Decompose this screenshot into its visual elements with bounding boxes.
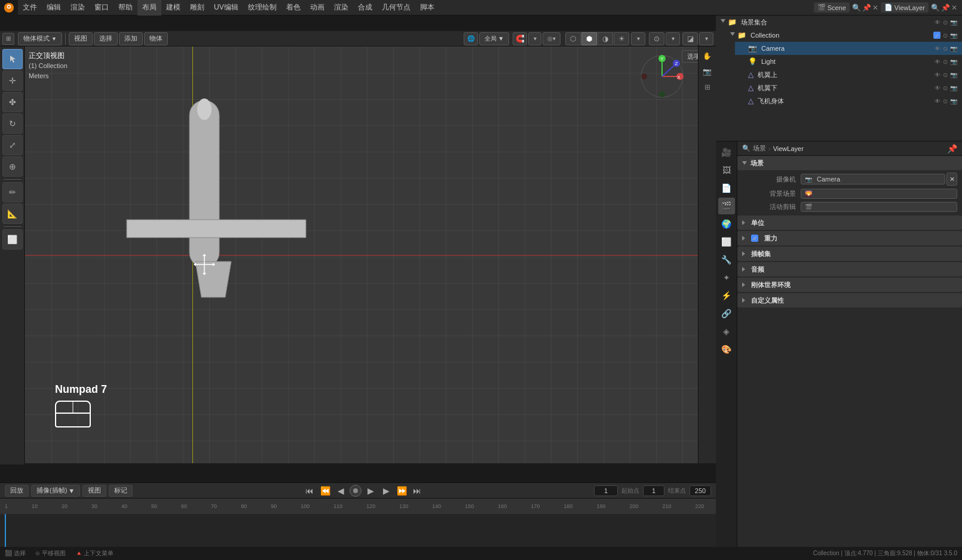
- 3d-viewport[interactable]: 正交顶视图 (1) Collection Meters 选项▼ X Y Z: [25, 47, 716, 463]
- fb-render-icon[interactable]: 📷: [950, 98, 957, 104]
- sc-visible-icon[interactable]: 👁: [935, 19, 940, 26]
- workspace-grid-icon[interactable]: ⊞: [2, 33, 14, 45]
- cam-select-icon[interactable]: ⊙: [943, 45, 948, 52]
- menu-animation[interactable]: 动画: [305, 0, 329, 16]
- cam-visible-icon[interactable]: 👁: [935, 45, 940, 52]
- shading-options-btn[interactable]: ▾: [631, 32, 645, 45]
- material-props-icon[interactable]: 🎨: [718, 341, 735, 358]
- section-scene-header[interactable]: 场景: [737, 156, 962, 170]
- menu-edit[interactable]: 编辑: [42, 0, 66, 16]
- coll-select-icon[interactable]: ⊙: [943, 32, 948, 39]
- outliner-item-light[interactable]: 💡 Light 👁 ⊙ 📷: [735, 55, 962, 68]
- object-mode-dropdown[interactable]: 物体模式 ▼: [18, 32, 62, 45]
- props-search[interactable]: 🔍: [742, 144, 750, 152]
- prev-keyframe-btn[interactable]: ◀: [334, 484, 347, 497]
- menu-uv[interactable]: UV编辑: [209, 0, 243, 16]
- playback-btn[interactable]: 回放: [5, 485, 29, 497]
- particles-props-icon[interactable]: ✦: [718, 269, 735, 286]
- menu-sculpt[interactable]: 雕刻: [185, 0, 209, 16]
- blender-logo[interactable]: [0, 0, 18, 16]
- menu-compositing[interactable]: 合成: [353, 0, 377, 16]
- world-props-icon[interactable]: 🌍: [718, 216, 735, 232]
- marker-btn[interactable]: 标记: [109, 485, 133, 497]
- xray-dropdown-btn[interactable]: ▾: [699, 32, 713, 45]
- section-keying-header[interactable]: 插帧集: [737, 247, 962, 261]
- menu-help[interactable]: 帮助: [114, 0, 137, 16]
- coll-visible[interactable]: ✓: [933, 32, 940, 39]
- cursor-tool-btn[interactable]: ✛: [2, 70, 23, 91]
- select-tool-btn[interactable]: [2, 49, 23, 69]
- start-frame-input[interactable]: [643, 485, 664, 496]
- select-menu[interactable]: 选择: [94, 32, 118, 45]
- rotate-tool-btn[interactable]: ↻: [2, 113, 23, 134]
- props-pin-icon[interactable]: 📌: [947, 144, 957, 153]
- object-menu[interactable]: 物体: [144, 32, 168, 45]
- airplane-object[interactable]: [103, 94, 330, 323]
- view-btn[interactable]: 视图: [82, 485, 106, 497]
- menu-modeling[interactable]: 建模: [161, 0, 185, 16]
- wt-visible-icon[interactable]: 👁: [935, 72, 940, 78]
- light-select-icon[interactable]: ⊙: [943, 59, 948, 65]
- camera-clear-btn[interactable]: ✕: [946, 173, 957, 186]
- add-menu[interactable]: 添加: [119, 32, 143, 45]
- snap-dropdown-icon[interactable]: ▾: [528, 32, 541, 45]
- menu-render2[interactable]: 渲染: [329, 0, 353, 16]
- wb-render-icon[interactable]: 📷: [950, 85, 957, 91]
- fb-select-icon[interactable]: ⊙: [943, 98, 948, 104]
- end-frame-input[interactable]: [690, 485, 711, 496]
- overlay-btn[interactable]: ⊙: [649, 32, 664, 45]
- scene-breadcrumb-item[interactable]: 场景: [753, 144, 766, 153]
- proportional-icon[interactable]: ◎▾: [543, 32, 560, 45]
- view-layer-props-icon[interactable]: 📄: [718, 180, 735, 196]
- play-btn-fwd[interactable]: ▶: [364, 484, 377, 497]
- scene-search-icon[interactable]: 🔍: [852, 4, 861, 12]
- scene-pin-icon[interactable]: 📌: [862, 4, 871, 12]
- pan-tool-icon[interactable]: ✋: [700, 49, 715, 63]
- wt-render-icon[interactable]: 📷: [950, 72, 957, 78]
- wt-select-icon[interactable]: ⊙: [943, 72, 948, 78]
- solid-mode-btn[interactable]: ⬢: [581, 32, 597, 45]
- fb-visible-icon[interactable]: 👁: [935, 98, 940, 104]
- keying-btn[interactable]: 捕像(插帧) ▼: [31, 485, 80, 497]
- wb-visible-icon[interactable]: 👁: [935, 85, 940, 91]
- menu-window[interactable]: 窗口: [90, 0, 114, 16]
- viewlayer-breadcrumb-item[interactable]: ViewLayer: [773, 145, 804, 152]
- next-keyframe-btn[interactable]: ▶: [379, 484, 393, 497]
- global-mode-label[interactable]: 全局 ▼: [479, 32, 509, 45]
- collapse-arrow[interactable]: [721, 19, 725, 25]
- sc-render-icon[interactable]: 📷: [950, 19, 957, 26]
- section-rigidbody-header[interactable]: 刚体世界环境: [737, 278, 962, 292]
- global-local-toggle[interactable]: 🌐: [464, 32, 478, 45]
- camera-prop-value[interactable]: 📷 Camera: [801, 174, 945, 184]
- render-props-icon[interactable]: 🎥: [718, 144, 735, 161]
- object-props-icon[interactable]: ⬜: [718, 233, 735, 250]
- menu-render[interactable]: 渲染: [66, 0, 90, 16]
- play-record-btn[interactable]: [350, 485, 361, 497]
- constraints-props-icon[interactable]: 🔗: [718, 305, 735, 322]
- coll-arrow[interactable]: [730, 32, 735, 38]
- menu-file[interactable]: 文件: [18, 0, 42, 16]
- data-props-icon[interactable]: ◈: [718, 323, 735, 340]
- material-mode-btn[interactable]: ◑: [598, 32, 613, 45]
- menu-scripting[interactable]: 脚本: [415, 0, 439, 16]
- scale-tool-btn[interactable]: ⤢: [2, 135, 23, 155]
- outliner-item-scene-collection[interactable]: 📁 场景集合 👁 ⊙ 📷: [716, 16, 962, 29]
- menu-texture[interactable]: 纹理绘制: [243, 0, 281, 16]
- modifier-props-icon[interactable]: 🔧: [718, 251, 735, 268]
- scene-props-icon active[interactable]: 🎬: [718, 198, 735, 214]
- viewlayer-selector[interactable]: 📄 ViewLayer: [881, 2, 929, 13]
- add-cube-tool-btn[interactable]: ⬜: [2, 229, 23, 250]
- wb-select-icon[interactable]: ⊙: [943, 85, 948, 91]
- menu-shading[interactable]: 着色: [281, 0, 305, 16]
- outliner-item-wing-bottom[interactable]: △ 机翼下 👁 ⊙ 📷: [735, 81, 962, 94]
- section-gravity-header[interactable]: ✓ 重力: [737, 231, 962, 245]
- outliner-item-camera[interactable]: 📷 Camera 👁 ⊙ 📷: [735, 42, 962, 55]
- scene-selector[interactable]: 🎬 Scene: [814, 2, 850, 13]
- vl-pin-icon[interactable]: 📌: [941, 4, 950, 12]
- step-back-btn[interactable]: ⏪: [318, 484, 332, 497]
- camera-icon[interactable]: 📷: [700, 64, 715, 79]
- grid-icon[interactable]: ⊞: [700, 80, 715, 94]
- annotate-tool-btn[interactable]: ✏: [2, 182, 23, 202]
- step-fwd-btn[interactable]: ⏩: [395, 484, 408, 497]
- overlay-dropdown-btn[interactable]: ▾: [666, 32, 680, 45]
